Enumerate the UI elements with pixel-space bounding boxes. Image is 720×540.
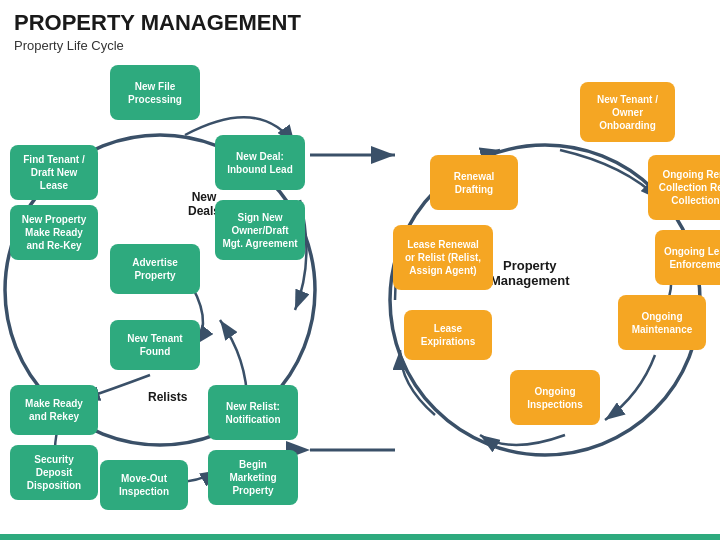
lease-renewal-node: Lease Renewalor Relist (Relist,Assign Ag… — [393, 225, 493, 290]
relists-label: Relists — [148, 390, 187, 404]
new-deal-inbound-node: New Deal:Inbound Lead — [215, 135, 305, 190]
begin-marketing-node: BeginMarketingProperty — [208, 450, 298, 505]
new-file-processing-node: New FileProcessing — [110, 65, 200, 120]
new-tenant-owner-node: New Tenant /OwnerOnboarding — [580, 82, 675, 142]
move-out-node: Move-OutInspection — [100, 460, 188, 510]
page-subtitle: Property Life Cycle — [14, 38, 124, 53]
property-management-label: PropertyManagement — [490, 258, 569, 288]
find-tenant-node: Find Tenant /Draft New Lease — [10, 145, 98, 200]
ongoing-rent-node: Ongoing RentCollection RentCollection — [648, 155, 720, 220]
new-property-node: New PropertyMake Readyand Re-Key — [10, 205, 98, 260]
sign-new-owner-node: Sign NewOwner/DraftMgt. Agreement — [215, 200, 305, 260]
ongoing-lease-node: Ongoing LeaseEnforcement — [655, 230, 720, 285]
ongoing-inspections-node: OngoingInspections — [510, 370, 600, 425]
renewal-drafting-node: RenewalDrafting — [430, 155, 518, 210]
bottom-bar — [0, 534, 720, 540]
new-relist-node: New Relist:Notification — [208, 385, 298, 440]
advertise-property-node: AdvertiseProperty — [110, 244, 200, 294]
page-title: PROPERTY MANAGEMENT — [14, 10, 301, 36]
make-ready-node: Make Readyand Rekey — [10, 385, 98, 435]
new-tenant-found-node: New TenantFound — [110, 320, 200, 370]
security-deposit-node: SecurityDepositDisposition — [10, 445, 98, 500]
lease-expirations-node: LeaseExpirations — [404, 310, 492, 360]
ongoing-maintenance-node: OngoingMaintenance — [618, 295, 706, 350]
